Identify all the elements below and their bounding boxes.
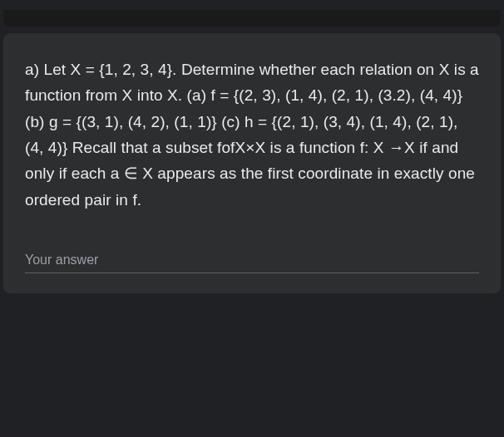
answer-input[interactable] [25, 248, 479, 273]
question-text: a) Let X = {1, 2, 3, 4}. Determine wheth… [25, 56, 479, 213]
previous-card-edge [3, 10, 501, 27]
answer-section [25, 248, 479, 273]
question-card: a) Let X = {1, 2, 3, 4}. Determine wheth… [3, 33, 501, 293]
